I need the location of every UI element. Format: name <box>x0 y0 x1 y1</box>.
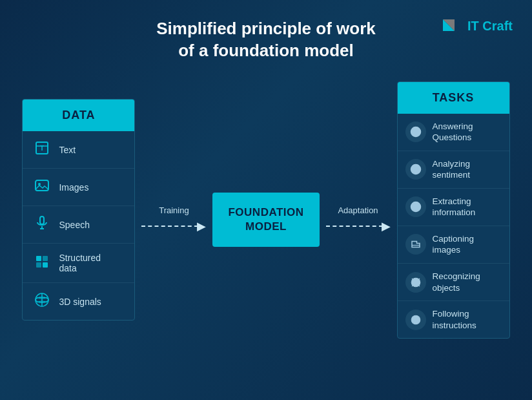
svg-rect-5 <box>36 180 48 191</box>
data-item-3d-label: 3D signals <box>59 297 101 307</box>
svg-rect-7 <box>40 216 44 224</box>
tasks-panel: TASKS ? AnsweringQuestions <box>397 81 510 339</box>
data-item-images-label: Images <box>59 182 88 193</box>
data-item-text-label: Text <box>59 145 76 155</box>
tasks-item-answering: ? AnsweringQuestions <box>398 114 509 151</box>
tasks-item-instructions: Followinginstructions <box>398 301 509 338</box>
logo: IT Craft <box>436 13 513 39</box>
tasks-item-extracting-label: Extractinginformation <box>433 196 476 218</box>
main-container: Simplified principle of work of a founda… <box>0 0 532 400</box>
extract-icon <box>405 196 426 217</box>
adaptation-arrow: ▶ <box>326 219 391 233</box>
svg-point-20 <box>413 168 414 169</box>
data-header: DATA <box>23 100 134 131</box>
data-item-3d: 3D signals <box>23 283 134 320</box>
main-content: DATA T Text <box>0 81 532 339</box>
3d-signals-icon <box>33 292 51 311</box>
foundation-model-text: FOUNDATION MODEL <box>228 205 303 234</box>
data-item-speech-label: Speech <box>59 220 89 230</box>
question-icon: ? <box>405 121 426 142</box>
tasks-item-captioning-label: Captioningimages <box>433 233 475 256</box>
tasks-item-extracting: Extractinginformation <box>398 189 509 226</box>
svg-point-21 <box>416 168 418 169</box>
svg-rect-13 <box>43 262 48 268</box>
foundation-model-box: FOUNDATION MODEL <box>212 193 319 247</box>
caption-icon <box>405 234 426 255</box>
data-item-text: T Text <box>23 131 134 169</box>
svg-rect-10 <box>36 256 41 261</box>
adaptation-label: Adaptation <box>338 205 378 215</box>
training-arrow: ▶ <box>141 219 206 233</box>
logo-icon <box>436 13 462 39</box>
data-panel: DATA T Text <box>22 99 135 321</box>
data-item-speech: Speech <box>23 206 134 244</box>
text-icon: T <box>33 140 51 159</box>
images-icon <box>33 178 51 196</box>
adaptation-arrow-section: Adaptation ▶ <box>320 205 397 233</box>
tasks-item-sentiment: Analyzingsentiment <box>398 151 509 189</box>
logo-text: IT Craft <box>467 19 513 34</box>
instructions-icon <box>405 310 426 330</box>
speech-icon <box>33 215 51 234</box>
data-item-structured-label: Structureddata <box>59 253 101 273</box>
svg-rect-12 <box>36 262 41 268</box>
svg-rect-11 <box>43 256 48 261</box>
tasks-item-answering-label: AnsweringQuestions <box>433 121 473 143</box>
adaptation-arrow-head: ▶ <box>382 219 391 233</box>
data-item-structured: Structureddata <box>23 244 134 283</box>
adaptation-dashed-line <box>326 226 383 227</box>
recognize-icon <box>405 272 426 293</box>
tasks-item-captioning: Captioningimages <box>398 226 509 264</box>
training-dashed-line <box>141 226 198 227</box>
tasks-header: TASKS <box>398 82 509 114</box>
structured-data-icon <box>33 254 51 273</box>
tasks-item-sentiment-label: Analyzingsentiment <box>433 158 471 181</box>
training-arrow-section: Training ▶ <box>135 205 212 233</box>
tasks-header-label: TASKS <box>433 91 475 104</box>
svg-point-19 <box>411 165 420 174</box>
tasks-item-recognizing-label: Recognizingobjects <box>433 271 480 293</box>
sentiment-icon <box>405 159 426 180</box>
tasks-item-instructions-label: Followinginstructions <box>433 308 476 331</box>
training-label: Training <box>159 205 189 215</box>
data-header-label: DATA <box>62 109 95 121</box>
data-item-images: Images <box>23 169 134 206</box>
svg-text:?: ? <box>413 128 417 136</box>
tasks-item-recognizing: Recognizingobjects <box>398 264 509 301</box>
training-arrow-head: ▶ <box>197 219 206 233</box>
